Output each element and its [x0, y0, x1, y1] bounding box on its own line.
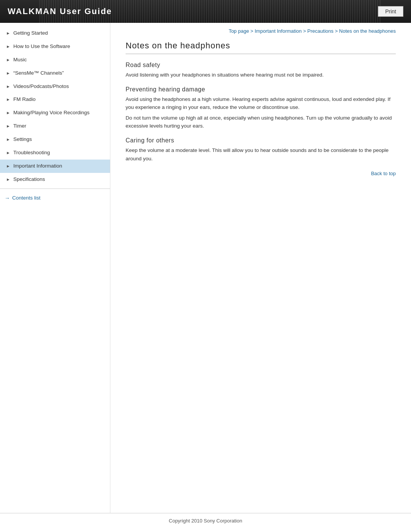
breadcrumb-separator: > [249, 28, 255, 34]
sidebar-item-2[interactable]: ►Music [0, 53, 110, 67]
section-preventing-hearing-damage: Preventing hearing damageAvoid using the… [126, 86, 396, 130]
sidebar-item-3[interactable]: ►“SensMe™ Channels” [0, 67, 110, 80]
sidebar-arrow-icon: ► [6, 57, 10, 63]
sidebar-item-8[interactable]: ►Settings [0, 133, 110, 146]
section-body-preventing-hearing-damage: Avoid using the headphones at a high vol… [126, 95, 396, 130]
sidebar-item-label: Timer [13, 123, 105, 130]
header: WALKMAN User Guide Print [0, 0, 411, 23]
breadcrumb-item-0[interactable]: Top page [229, 28, 249, 34]
footer: Copyright 2010 Sony Corporation [0, 513, 411, 528]
sidebar-arrow-icon: ► [6, 177, 10, 182]
sidebar-item-0[interactable]: ►Getting Started [0, 27, 110, 40]
sidebar-item-label: FM Radio [13, 96, 105, 103]
copyright-text: Copyright 2010 Sony Corporation [169, 518, 242, 524]
sidebar-arrow-icon: ► [6, 70, 10, 76]
section-paragraph-0-0: Avoid listening with your headphones in … [126, 71, 396, 79]
sidebar-arrow-icon: ► [6, 97, 10, 102]
sidebar-arrow-icon: ► [6, 137, 10, 142]
sidebar-item-4[interactable]: ►Videos/Podcasts/Photos [0, 80, 110, 93]
sidebar-item-11[interactable]: ►Specifications [0, 173, 110, 186]
sidebar-item-label: Troubleshooting [13, 149, 105, 157]
sidebar-arrow-icon: ► [6, 163, 10, 169]
section-body-road-safety: Avoid listening with your headphones in … [126, 71, 396, 79]
back-to-top: Back to top [126, 170, 396, 176]
sidebar-item-label: Videos/Podcasts/Photos [13, 83, 105, 90]
sidebar-item-6[interactable]: ►Making/Playing Voice Recordings [0, 106, 110, 120]
sidebar-arrow-icon: ► [6, 150, 10, 156]
section-road-safety: Road safetyAvoid listening with your hea… [126, 62, 396, 79]
breadcrumb: Top page > Important Information > Preca… [126, 28, 396, 34]
breadcrumb-item-1[interactable]: Important Information [255, 28, 302, 34]
section-caring-for-others: Caring for othersKeep the volume at a mo… [126, 137, 396, 163]
breadcrumb-item-2[interactable]: Precautions [307, 28, 334, 34]
sidebar-item-label: Getting Started [13, 30, 105, 37]
sidebar-arrow-icon: ► [6, 110, 10, 116]
sidebar-divider [0, 189, 110, 189]
page-title: Notes on the headphones [126, 41, 396, 54]
sidebar-arrow-icon: ► [6, 30, 10, 36]
sidebar-item-label: Settings [13, 136, 105, 143]
contents-list-link[interactable]: → Contents list [0, 191, 110, 205]
section-paragraph-2-0: Keep the volume at a moderate level. Thi… [126, 146, 396, 163]
sidebar-item-10[interactable]: ►Important Information [0, 160, 110, 173]
breadcrumb-separator: > [302, 28, 307, 34]
sidebar-item-7[interactable]: ►Timer [0, 120, 110, 133]
sidebar-item-label: Making/Playing Voice Recordings [13, 109, 105, 117]
page-number: 223 [0, 528, 411, 532]
sidebar-item-label: “SensMe™ Channels” [13, 70, 105, 77]
main-layout: ►Getting Started►How to Use the Software… [0, 23, 411, 513]
contents-list-label: Contents list [12, 195, 40, 201]
section-title-road-safety: Road safety [126, 62, 396, 69]
sidebar-item-label: Important Information [13, 163, 105, 170]
sidebar-arrow-icon: ► [6, 123, 10, 129]
sidebar-item-label: Music [13, 56, 105, 64]
print-button[interactable]: Print [378, 6, 403, 17]
sidebar-arrow-icon: ► [6, 84, 10, 89]
sidebar-item-label: How to Use the Software [13, 43, 105, 50]
section-paragraph-1-1: Do not turn the volume up high all at on… [126, 114, 396, 130]
sidebar-item-5[interactable]: ►FM Radio [0, 93, 110, 106]
section-paragraph-1-0: Avoid using the headphones at a high vol… [126, 95, 396, 112]
app-title: WALKMAN User Guide [8, 6, 112, 16]
back-to-top-link[interactable]: Back to top [371, 171, 396, 176]
breadcrumb-item-3[interactable]: Notes on the headphones [339, 28, 396, 34]
section-title-caring-for-others: Caring for others [126, 137, 396, 144]
sidebar-arrow-icon: ► [6, 44, 10, 50]
section-title-preventing-hearing-damage: Preventing hearing damage [126, 86, 396, 93]
section-body-caring-for-others: Keep the volume at a moderate level. Thi… [126, 146, 396, 163]
sidebar-item-9[interactable]: ►Troubleshooting [0, 146, 110, 160]
sidebar: ►Getting Started►How to Use the Software… [0, 23, 110, 513]
breadcrumb-separator: > [333, 28, 339, 34]
main-content: Top page > Important Information > Preca… [110, 23, 411, 513]
sidebar-item-label: Specifications [13, 176, 105, 183]
sidebar-item-1[interactable]: ►How to Use the Software [0, 40, 110, 53]
arrow-right-icon: → [5, 195, 10, 201]
